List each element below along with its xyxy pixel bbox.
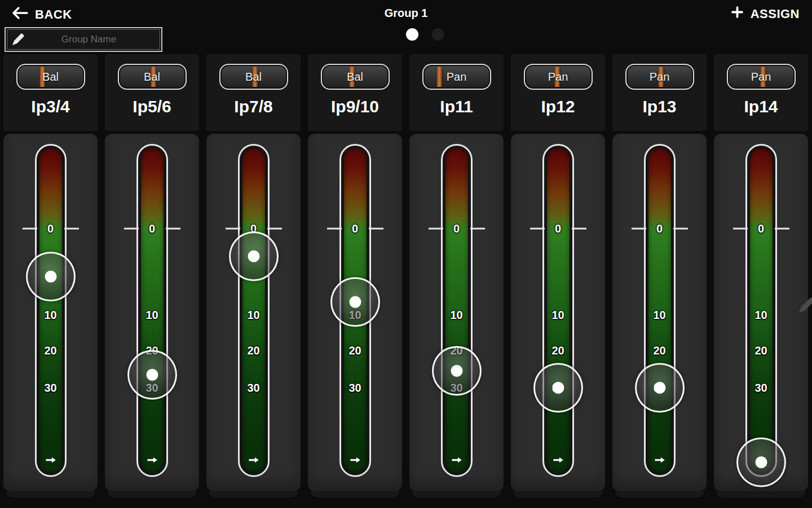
min-level-arrow-icon	[45, 456, 57, 464]
fader-track[interactable]: 0102030	[441, 144, 473, 477]
scale-mark-20: 20	[747, 344, 775, 357]
zero-tick	[369, 227, 383, 229]
channel-header: Pan Ip14	[714, 54, 808, 131]
fader-knob[interactable]	[127, 350, 177, 400]
min-level-arrow-icon	[552, 456, 564, 464]
zero-tick	[429, 227, 443, 229]
scale-mark-0: 0	[341, 222, 369, 235]
pan-bal-button[interactable]: Pan	[524, 64, 593, 90]
pan-bal-button[interactable]: Pan	[625, 64, 694, 90]
fader-track[interactable]: 0102030	[542, 144, 574, 477]
fader-knob-dot	[755, 457, 767, 468]
fader-track[interactable]: 0102030	[136, 144, 168, 477]
channel-header: Bal Ip5/6	[105, 54, 199, 131]
page-dot-1[interactable]	[406, 28, 418, 41]
fader-panel: 0102030	[308, 134, 402, 491]
pan-bal-label: Bal	[245, 71, 262, 84]
fader-knob[interactable]	[432, 346, 482, 396]
zero-tick	[775, 227, 789, 229]
pan-bal-button[interactable]: Bal	[321, 64, 390, 90]
zero-tick	[673, 227, 688, 229]
top-bar: BACK Group 1 ASSIGN	[0, 0, 812, 54]
scale-mark-0: 0	[37, 222, 65, 235]
zero-tick	[124, 227, 139, 229]
edit-pencil-icon	[11, 32, 25, 47]
fader-scale: 0102030	[646, 146, 674, 475]
channel-header: Bal Ip7/8	[206, 54, 301, 131]
channel-header: Pan Ip11	[409, 54, 504, 131]
fader-track[interactable]: 0102030	[745, 144, 777, 477]
scale-mark-10: 10	[240, 309, 268, 322]
fader-knob-dot	[552, 382, 564, 393]
pan-bal-label: Bal	[42, 71, 59, 84]
plus-icon	[731, 6, 743, 21]
fader-track[interactable]: 0102030	[644, 144, 676, 477]
pan-bal-button[interactable]: Bal	[118, 64, 187, 90]
pan-bal-button[interactable]: Pan	[422, 64, 491, 90]
group-name-field	[5, 27, 162, 52]
fader-track[interactable]: 0102030	[238, 144, 270, 477]
channel-strip: Bal Ip5/6 0102030	[105, 54, 199, 491]
channel-header: Bal Ip9/10	[308, 54, 402, 131]
fader-knob-dot	[248, 251, 259, 262]
fader-track[interactable]: 0102030	[35, 144, 67, 477]
channel-header: Bal Ip3/4	[3, 54, 98, 131]
scale-mark-0: 0	[646, 222, 674, 235]
fader-knob[interactable]	[26, 252, 76, 301]
page-dot-2[interactable]	[432, 28, 444, 41]
pan-bal-label: Bal	[144, 71, 160, 84]
assign-button[interactable]: ASSIGN	[728, 6, 803, 22]
fader-knob-dot	[451, 365, 462, 376]
scale-mark-30: 30	[240, 381, 268, 394]
channel-label: Ip14	[744, 97, 778, 116]
assign-label: ASSIGN	[751, 7, 800, 21]
zero-tick	[166, 227, 180, 229]
fader-knob[interactable]	[229, 231, 279, 281]
scale-mark-20: 20	[37, 344, 65, 357]
fader-scale: 0102030	[138, 146, 166, 475]
zero-tick	[530, 227, 545, 229]
scale-mark-0: 0	[747, 222, 775, 235]
scale-mark-20: 20	[341, 344, 369, 357]
fader-knob-dot	[349, 296, 361, 308]
channel-strip: Bal Ip9/10 0102030	[308, 54, 402, 491]
pan-bal-button[interactable]: Pan	[727, 64, 796, 90]
channel-label: Ip7/8	[234, 97, 272, 116]
scale-mark-30: 30	[341, 381, 369, 394]
channel-label: Ip11	[440, 97, 473, 116]
fader-knob[interactable]	[736, 437, 786, 487]
scale-mark-20: 20	[240, 344, 268, 357]
pan-bal-button[interactable]: Bal	[219, 64, 288, 90]
fader-panel: 0102030	[105, 134, 199, 491]
fader-panel: 0102030	[3, 134, 98, 491]
fader-panel: 0102030	[409, 134, 504, 491]
channel-header: Pan Ip12	[511, 54, 605, 131]
page-title: Group 1	[0, 7, 812, 20]
pan-indicator-bar	[436, 67, 442, 87]
fader-track[interactable]: 0102030	[339, 144, 371, 477]
channel-label: Ip9/10	[331, 97, 379, 116]
fader-panel: 0102030	[714, 134, 808, 491]
scale-mark-30: 30	[37, 381, 65, 394]
edge-edit-pencil-icon[interactable]	[797, 296, 812, 315]
zero-tick	[327, 227, 342, 229]
scale-mark-20: 20	[646, 344, 674, 357]
fader-scale: 0102030	[544, 146, 572, 475]
channel-strip: Pan Ip12 0102030	[511, 54, 605, 491]
scale-mark-10: 10	[37, 309, 65, 322]
min-level-arrow-icon	[654, 456, 666, 464]
channel-label: Ip5/6	[133, 97, 171, 116]
group-name-input[interactable]	[25, 33, 171, 46]
fader-scale: 0102030	[443, 146, 471, 475]
pan-bal-label: Pan	[548, 71, 568, 84]
fader-knob[interactable]	[635, 363, 685, 413]
mixer-group-screen: BACK Group 1 ASSIGN Bal Ip3/4	[0, 0, 812, 508]
fader-knob[interactable]	[533, 363, 583, 413]
fader-knob-dot	[45, 271, 56, 283]
fader-knob[interactable]	[330, 277, 380, 327]
pan-bal-button[interactable]: Bal	[16, 64, 85, 90]
scale-mark-10: 10	[544, 309, 572, 322]
channel-row: Bal Ip3/4 0102030 Bal Ip5/6	[0, 54, 812, 491]
channel-label: Ip13	[642, 97, 676, 116]
min-level-arrow-icon	[349, 456, 361, 464]
